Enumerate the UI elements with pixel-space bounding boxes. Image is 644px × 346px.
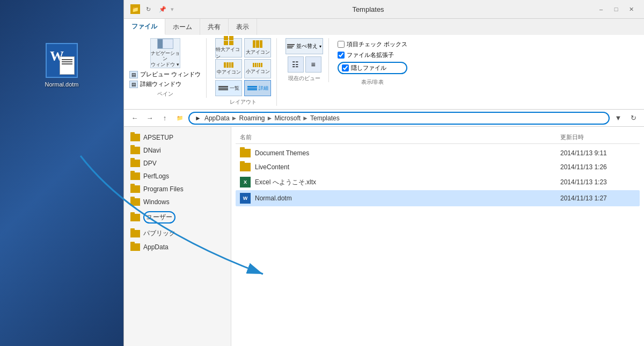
sidebar-item-appdata[interactable]: AppData bbox=[124, 241, 231, 254]
folder-icon bbox=[130, 230, 140, 237]
medium-icon-btn[interactable]: 中アイコン bbox=[215, 59, 242, 78]
hidden-file-checkbox[interactable] bbox=[342, 64, 349, 71]
address-path[interactable]: ► AppData ► Roaming ► Microsoft ► Templa… bbox=[188, 112, 610, 125]
tab-share[interactable]: 共有 bbox=[200, 19, 229, 35]
ribbon-group-pane: ナビゲーションウィンドウ ▾ ▤ プレビュー ウィンドウ ▤ 詳細ウィンドウ ペ… bbox=[129, 38, 207, 98]
recent-btn[interactable]: 📁 bbox=[173, 112, 186, 125]
show-hide-options: 項目チェック ボックス ファイル名拡張子 隠しファイル bbox=[338, 38, 407, 76]
explorer-window: 📁 ↻ 📌 ▾ Templates – □ ✕ ファイル ホーム 共有 表示 bbox=[123, 0, 644, 346]
extra-large-icon-btn[interactable]: 特大アイコン bbox=[215, 38, 242, 57]
sort-icon bbox=[287, 44, 295, 48]
folder-icon bbox=[130, 160, 140, 167]
close-btn[interactable]: ✕ bbox=[625, 4, 638, 15]
nav-pane-icon bbox=[157, 39, 173, 49]
word-icon: W bbox=[46, 43, 78, 78]
sidebar-item-dnavi[interactable]: DNavi bbox=[124, 144, 231, 157]
file-date-livecontent: 2014/11/13 1:26 bbox=[560, 163, 635, 171]
ribbon-group-show-hide: 項目チェック ボックス ファイル名拡張子 隠しファイル 表示/非表 bbox=[338, 38, 413, 86]
nav-pane-section: ナビゲーションウィンドウ ▾ ▤ プレビュー ウィンドウ ▤ 詳細ウィンドウ bbox=[129, 38, 201, 88]
large-icon-btn[interactable]: 大アイコン bbox=[244, 38, 271, 57]
sidebar-item-users[interactable]: ユーザー bbox=[124, 208, 231, 226]
small-icon bbox=[253, 63, 262, 67]
extra-large-icon bbox=[224, 36, 233, 45]
file-row-normal-dotm[interactable]: W Normal.dotm 2014/11/13 1:27 bbox=[236, 190, 640, 206]
col-date[interactable]: 更新日時 bbox=[560, 133, 635, 141]
detail-window-row: ▤ 詳細ウィンドウ bbox=[129, 80, 201, 88]
file-name-excel: X Excel へようこそ.xltx bbox=[240, 177, 560, 188]
maximize-btn[interactable]: □ bbox=[610, 4, 623, 15]
desktop-icon-normal-dotm[interactable]: W Normal.dotm bbox=[45, 43, 79, 88]
up-btn[interactable]: ↑ bbox=[158, 112, 171, 125]
medium-icon bbox=[224, 62, 233, 68]
extension-checkbox[interactable] bbox=[338, 52, 345, 59]
title-bar: 📁 ↻ 📌 ▾ Templates – □ ✕ bbox=[124, 0, 644, 19]
layout-row2: 中アイコン 小アイコン bbox=[215, 59, 271, 78]
preview-window-row: ▤ プレビュー ウィンドウ bbox=[129, 70, 201, 78]
tab-home[interactable]: ホーム bbox=[165, 19, 200, 35]
window-controls: – □ ✕ bbox=[595, 4, 638, 15]
current-view-options: 並べ替え ▾ ☷ ≡ bbox=[286, 38, 323, 73]
list-icon bbox=[218, 86, 228, 90]
tab-file[interactable]: ファイル bbox=[124, 19, 165, 35]
folder-icon bbox=[130, 214, 140, 221]
small-icon-btn[interactable]: 小アイコン bbox=[244, 59, 271, 78]
layout-row3: 一覧 詳細 bbox=[215, 80, 271, 96]
folder-icon bbox=[240, 149, 251, 157]
detail-btn[interactable]: 詳細 bbox=[244, 80, 271, 96]
title-bar-left: 📁 ↻ 📌 ▾ bbox=[130, 4, 174, 15]
layout-options: 特大アイコン 大アイコン bbox=[215, 38, 271, 96]
item-check-checkbox[interactable] bbox=[338, 41, 345, 48]
dropdown-btn[interactable]: ▼ bbox=[612, 112, 625, 125]
file-name-document-themes: Document Themes bbox=[240, 149, 560, 157]
sidebar-item-windows[interactable]: Windows bbox=[124, 196, 231, 208]
hidden-file-row[interactable]: 隠しファイル bbox=[338, 62, 407, 74]
file-row-document-themes[interactable]: Document Themes 2014/11/13 9:11 bbox=[236, 146, 640, 160]
refresh-btn[interactable]: ↻ bbox=[627, 112, 640, 125]
list-btn[interactable]: 一覧 bbox=[215, 80, 242, 96]
nav-pane-btn[interactable]: ナビゲーションウィンドウ ▾ bbox=[150, 38, 180, 68]
layout-row1: 特大アイコン 大アイコン bbox=[215, 38, 271, 57]
window-title: Templates bbox=[174, 5, 562, 13]
address-bar: ← → ↑ 📁 ► AppData ► Roaming ► Microsoft … bbox=[124, 110, 644, 127]
item-check-row[interactable]: 項目チェック ボックス bbox=[338, 40, 407, 48]
group-by-btn[interactable]: ≡ bbox=[305, 56, 321, 73]
doc-preview bbox=[60, 56, 75, 75]
back-btn[interactable]: ← bbox=[128, 112, 141, 125]
minimize-btn[interactable]: – bbox=[595, 4, 608, 15]
pin-btn[interactable]: 📌 bbox=[156, 4, 169, 15]
view-col-btn[interactable]: ☷ bbox=[288, 56, 304, 73]
file-list: 名前 更新日時 Document Themes 2014/11/13 9:11 … bbox=[231, 127, 644, 346]
tab-view[interactable]: 表示 bbox=[229, 19, 257, 35]
detail-icon2 bbox=[247, 86, 257, 90]
sidebar-item-dpv[interactable]: DPV bbox=[124, 157, 231, 170]
desktop-icon-label: Normal.dotm bbox=[45, 81, 79, 88]
folder-icon bbox=[130, 185, 140, 193]
nav-pane-label: ナビゲーションウィンドウ ▾ bbox=[151, 51, 180, 68]
ribbon-group-current-view: 並べ替え ▾ ☷ ≡ 現在のビュー bbox=[286, 38, 329, 82]
sort-btn[interactable]: 並べ替え ▾ bbox=[286, 38, 323, 54]
folder-titlebar-icon: 📁 bbox=[130, 4, 140, 14]
file-list-header: 名前 更新日時 bbox=[236, 131, 640, 144]
large-icon bbox=[253, 40, 262, 48]
pane-options: ▤ プレビュー ウィンドウ ▤ 詳細ウィンドウ bbox=[129, 70, 201, 88]
ribbon-tabs: ファイル ホーム 共有 表示 bbox=[124, 19, 644, 35]
col-name[interactable]: 名前 bbox=[240, 133, 560, 141]
file-row-excel[interactable]: X Excel へようこそ.xltx 2014/11/13 1:23 bbox=[236, 174, 640, 190]
file-date-excel: 2014/11/13 1:23 bbox=[560, 178, 635, 186]
sidebar-item-public[interactable]: パブリック bbox=[124, 226, 231, 241]
sidebar-item-perflogs[interactable]: PerfLogs bbox=[124, 170, 231, 183]
file-row-livecontent[interactable]: LiveContent 2014/11/13 1:26 bbox=[236, 160, 640, 174]
folder-icon bbox=[130, 134, 140, 141]
view-action-btns: ☷ ≡ bbox=[288, 56, 321, 73]
folder-icon bbox=[130, 198, 140, 206]
extension-row[interactable]: ファイル名拡張子 bbox=[338, 51, 407, 59]
file-name-livecontent: LiveContent bbox=[240, 163, 560, 171]
quick-access-btn[interactable]: ↻ bbox=[142, 4, 155, 15]
sidebar-item-apsetup[interactable]: APSETUP bbox=[124, 131, 231, 144]
ribbon-content: ナビゲーションウィンドウ ▾ ▤ プレビュー ウィンドウ ▤ 詳細ウィンドウ ペ… bbox=[124, 35, 644, 110]
preview-icon: ▤ bbox=[129, 71, 138, 78]
forward-btn[interactable]: → bbox=[143, 112, 156, 125]
excel-icon: X bbox=[240, 177, 251, 188]
file-date-document-themes: 2014/11/13 9:11 bbox=[560, 149, 635, 157]
sidebar-item-program-files[interactable]: Program Files bbox=[124, 183, 231, 196]
